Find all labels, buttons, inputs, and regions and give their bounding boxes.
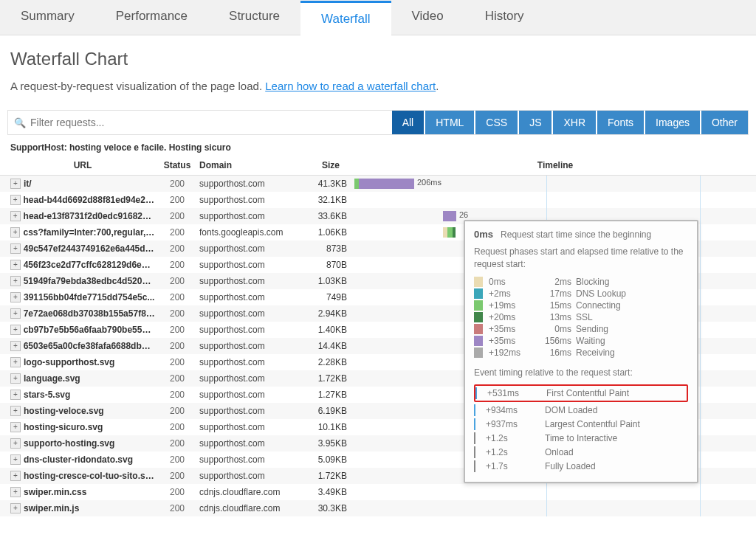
expand-icon[interactable]: + <box>10 438 21 449</box>
size-cell: 2.94KB <box>303 308 354 319</box>
learn-link[interactable]: Learn how to read a waterfall chart <box>265 80 436 92</box>
url-text: 391156bb04fde7715dd754e5c... <box>24 292 154 302</box>
filter-images[interactable]: Images <box>644 111 700 134</box>
event-row: +531msFirst Contentful Paint <box>474 384 688 402</box>
expand-icon[interactable]: + <box>10 325 21 335</box>
page-description: A request-by-request visualization of th… <box>10 80 746 92</box>
expand-icon[interactable]: + <box>10 227 20 238</box>
phase-swatch <box>474 288 483 299</box>
phase-offset: +19ms <box>489 300 540 311</box>
status-cell: 200 <box>155 471 199 481</box>
size-cell: 1.40KB <box>303 325 354 335</box>
phase-name: Sending <box>576 324 608 334</box>
filter-other[interactable]: Other <box>700 111 748 134</box>
filter-all[interactable]: All <box>391 111 425 134</box>
expand-icon[interactable]: + <box>10 406 21 416</box>
col-timeline[interactable]: Timeline <box>354 160 756 170</box>
expand-icon[interactable]: + <box>10 211 21 221</box>
event-time: +934ms <box>486 405 545 415</box>
expand-icon[interactable]: + <box>10 357 21 367</box>
phase-row: 0ms2msBlocking <box>474 277 688 287</box>
expand-icon[interactable]: + <box>10 373 21 384</box>
event-swatch <box>474 404 475 416</box>
phase-duration: 13ms <box>540 312 576 322</box>
expand-icon[interactable]: + <box>10 390 21 400</box>
table-row[interactable]: +it/200supporthost.com41.3KB206ms <box>0 176 756 192</box>
url-text: head-e13f8731f2d0edc916822b... <box>24 211 155 221</box>
table-row[interactable]: +head-b44d6692d88f81ed94e26f...200suppor… <box>0 192 756 208</box>
timeline-cell <box>354 484 756 500</box>
table-row[interactable]: +swiper.min.js200cdnjs.cloudflare.com30.… <box>0 500 756 516</box>
expand-icon[interactable]: + <box>10 503 21 513</box>
page-header: Waterfall Chart A request-by-request vis… <box>0 35 756 110</box>
event-swatch <box>475 387 477 399</box>
phase-offset: +35ms <box>489 324 540 334</box>
url-text: css?family=Inter:700,regular,%... <box>23 227 155 238</box>
expand-icon[interactable]: + <box>10 260 21 270</box>
col-size[interactable]: Size <box>303 160 354 170</box>
phase-name: Receiving <box>576 347 615 358</box>
event-row: +1.2sTime to Interactive <box>474 432 688 444</box>
tab-video[interactable]: Video <box>391 0 464 35</box>
domain-cell: supporthost.com <box>199 438 303 449</box>
phase-row: +20ms13msSSL <box>474 312 688 322</box>
url-text: swiper.min.css <box>24 487 86 497</box>
phase-row: +192ms16msReceiving <box>474 347 688 358</box>
expand-icon[interactable]: + <box>10 308 21 319</box>
filter-html[interactable]: HTML <box>424 111 474 134</box>
tab-structure[interactable]: Structure <box>208 0 300 35</box>
event-name: Largest Contentful Paint <box>545 419 640 429</box>
filter-fonts[interactable]: Fonts <box>596 111 644 134</box>
phase-swatch <box>474 277 483 287</box>
phase-name: Connecting <box>576 300 621 311</box>
table-row[interactable]: +swiper.min.css200cdnjs.cloudflare.com3.… <box>0 484 756 500</box>
domain-cell: supporthost.com <box>199 325 303 335</box>
expand-icon[interactable]: + <box>10 276 21 286</box>
status-cell: 200 <box>155 195 199 205</box>
filter-input-wrap[interactable]: 🔍 <box>8 111 391 134</box>
timing-bar <box>447 227 453 238</box>
expand-icon[interactable]: + <box>10 292 21 302</box>
phase-duration: 0ms <box>540 324 576 334</box>
timeline-cell: 206ms <box>354 176 756 192</box>
domain-cell: supporthost.com <box>199 276 303 286</box>
tooltip-start-label: Request start time since the beginning <box>501 229 651 240</box>
url-text: logo-supporthost.svg <box>24 357 114 367</box>
url-text: hosting-sicuro.svg <box>24 422 103 432</box>
filter-input[interactable] <box>30 117 385 128</box>
expand-icon[interactable]: + <box>10 179 21 189</box>
domain-cell: supporthost.com <box>199 308 303 319</box>
event-name: First Contentful Paint <box>546 388 629 398</box>
filter-js[interactable]: JS <box>518 111 551 134</box>
expand-icon[interactable]: + <box>10 341 21 351</box>
expand-icon[interactable]: + <box>10 422 21 432</box>
status-cell: 200 <box>155 260 199 270</box>
size-cell: 32.1KB <box>303 195 354 205</box>
tab-history[interactable]: History <box>464 0 545 35</box>
size-cell: 873B <box>303 243 354 254</box>
expand-icon[interactable]: + <box>10 471 21 481</box>
expand-icon[interactable]: + <box>10 195 21 205</box>
filter-xhr[interactable]: XHR <box>551 111 596 134</box>
page-title: Waterfall Chart <box>10 49 746 69</box>
col-url[interactable]: URL <box>0 160 155 170</box>
domain-cell: supporthost.com <box>199 341 303 351</box>
tab-waterfall[interactable]: Waterfall <box>300 1 391 35</box>
col-status[interactable]: Status <box>155 160 199 170</box>
expand-icon[interactable]: + <box>10 454 21 465</box>
size-cell: 5.09KB <box>303 454 354 465</box>
expand-icon[interactable]: + <box>10 487 21 497</box>
filter-css[interactable]: CSS <box>474 111 518 134</box>
timing-bar <box>453 227 456 238</box>
event-time: +1.2s <box>486 433 545 443</box>
col-domain[interactable]: Domain <box>199 160 303 170</box>
event-name: Fully Loaded <box>545 461 596 471</box>
expand-icon[interactable]: + <box>10 243 21 254</box>
tab-performance[interactable]: Performance <box>95 0 208 35</box>
phase-row: +19ms15msConnecting <box>474 300 688 311</box>
status-cell: 200 <box>155 454 199 465</box>
status-cell: 200 <box>155 390 199 400</box>
size-cell: 14.4KB <box>303 341 354 351</box>
tab-summary[interactable]: Summary <box>0 0 95 35</box>
status-cell: 200 <box>155 292 199 302</box>
